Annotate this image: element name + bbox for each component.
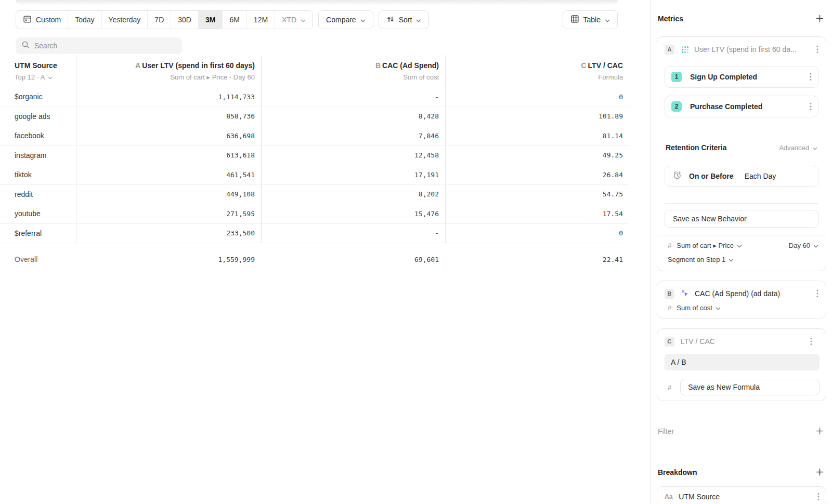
- table-row[interactable]: tiktok 461,541 17,191 26.84: [0, 165, 629, 185]
- date-range-xtd[interactable]: XTD: [275, 11, 313, 29]
- table-header-row: UTM Source Top 12 · A AUser LTV (spend i…: [0, 55, 629, 87]
- column-header-cac[interactable]: BCAC (Ad Spend) Sum of cost: [261, 55, 445, 87]
- behavior-dots-icon: [681, 46, 689, 54]
- compare-label: Compare: [326, 16, 356, 24]
- add-breakdown-button[interactable]: [815, 467, 825, 477]
- kebab-menu-icon[interactable]: [808, 336, 814, 347]
- kebab-menu-icon[interactable]: [814, 288, 821, 299]
- sort-button[interactable]: Sort: [379, 10, 430, 29]
- date-range-yesterday[interactable]: Yesterday: [101, 11, 148, 29]
- funnel-step-2[interactable]: 2 Purchase Completed: [665, 96, 818, 117]
- numeric-hash-icon: #: [668, 242, 671, 249]
- kebab-menu-icon[interactable]: [808, 101, 814, 112]
- column-letter: B: [375, 61, 381, 70]
- date-range-30d[interactable]: 30D: [171, 11, 198, 29]
- row-label: reddit: [0, 185, 76, 204]
- table-row[interactable]: facebook 636,698 7,846 81.14: [0, 126, 629, 146]
- chevron-down-icon: [737, 242, 742, 249]
- view-selector-table-button[interactable]: Table: [563, 10, 618, 29]
- date-range-label: XTD: [282, 16, 296, 24]
- chevron-down-icon: [729, 256, 734, 263]
- advanced-dropdown[interactable]: Advanced: [779, 144, 817, 152]
- metric-a-header[interactable]: A User LTV (spend in first 60 da...: [657, 37, 826, 55]
- row-dimension-header[interactable]: UTM Source Top 12 · A: [0, 55, 76, 87]
- funnel-step-1[interactable]: 1 Sign Up Completed: [665, 66, 818, 88]
- row-label: youtube: [0, 204, 76, 223]
- kebab-menu-icon[interactable]: [814, 44, 821, 55]
- row-dimension-title: UTM Source: [15, 61, 76, 70]
- formula-input[interactable]: A / B: [665, 354, 820, 370]
- chevron-down-icon: [812, 144, 817, 152]
- cell-ltv-cac: 54.75: [445, 185, 629, 204]
- breakdown-item-utm-source[interactable]: Aa UTM Source: [657, 486, 826, 504]
- date-range-label: 7D: [154, 16, 164, 24]
- formula-footer-row: # Save as New Formula: [665, 379, 820, 395]
- aggregation-label: Sum of cart ▸ Price: [677, 242, 734, 249]
- day-range-dropdown[interactable]: Day 60: [789, 242, 818, 249]
- search-box[interactable]: [16, 37, 182, 54]
- add-filter-button[interactable]: [815, 426, 825, 436]
- table-row[interactable]: instagram 613,618 12,458 49.25: [0, 146, 629, 166]
- metric-letter-badge: C: [665, 337, 674, 347]
- cell-ltv-cac: 17.54: [445, 204, 629, 223]
- row-label: $referral: [0, 224, 76, 243]
- cell-ltv-cac: 0: [445, 224, 629, 243]
- kebab-menu-icon[interactable]: [808, 72, 814, 82]
- breakdown-title: Breakdown: [658, 468, 697, 476]
- date-range-label: 12M: [254, 16, 268, 24]
- date-range-control: Custom Today Yesterday 7D 30D 3M 6M 12M …: [16, 10, 313, 29]
- column-title: LTV / CAC: [588, 61, 623, 70]
- metric-a-aggregation-footer: # Sum of cart ▸ Price Day 60 Segment on …: [657, 235, 826, 271]
- view-label: Table: [583, 16, 601, 24]
- top-toolbar-remnant: [16, 0, 618, 4]
- compare-button[interactable]: Compare: [318, 10, 373, 29]
- table-row[interactable]: youtube 271,595 15,476 17.54: [0, 204, 629, 224]
- cell-cac: -: [261, 224, 445, 243]
- sort-label: Sort: [399, 16, 412, 24]
- row-dimension-subtitle[interactable]: Top 12 · A: [15, 73, 76, 81]
- date-range-custom[interactable]: Custom: [16, 11, 68, 29]
- table-row[interactable]: reddit 449,108 8,202 54.75: [0, 185, 629, 205]
- cell-ltv-cac: 101.89: [445, 107, 629, 126]
- segment-on-step-dropdown[interactable]: Segment on Step 1: [668, 256, 734, 263]
- metric-c-header[interactable]: C LTV / CAC: [665, 329, 820, 347]
- metric-card-b: B CAC (Ad Spend) (ad data) # Sum of cost: [657, 281, 826, 319]
- table-row[interactable]: google ads 858,736 8,428 101.89: [0, 107, 629, 127]
- column-header-ltv-cac[interactable]: CLTV / CAC Formula: [445, 55, 629, 87]
- column-header-user-ltv[interactable]: AUser LTV (spend in first 60 days) Sum o…: [76, 55, 261, 87]
- save-as-new-formula-button[interactable]: Save as New Formula: [680, 379, 820, 395]
- search-input[interactable]: [34, 42, 176, 50]
- sum-of-cost-dropdown[interactable]: Sum of cost: [677, 304, 721, 312]
- table-row[interactable]: $referral 233,500 - 0: [0, 224, 629, 244]
- row-label: google ads: [0, 107, 76, 126]
- aggregation-label: Sum of cost: [677, 304, 712, 312]
- cell-ltv-cac: 49.25: [445, 146, 629, 165]
- retention-window-control[interactable]: On or Before Each Day: [665, 166, 818, 187]
- report-controls: Custom Today Yesterday 7D 30D 3M 6M 12M …: [16, 10, 618, 29]
- cell-cac: 8,202: [261, 185, 445, 204]
- kebab-menu-icon[interactable]: [815, 492, 822, 502]
- save-as-new-behavior-button[interactable]: Save as New Behavior: [665, 210, 818, 228]
- date-range-12m[interactable]: 12M: [246, 11, 275, 29]
- divider: [665, 203, 818, 204]
- metric-c-title: LTV / CAC: [681, 337, 715, 346]
- date-range-6m[interactable]: 6M: [222, 11, 246, 29]
- results-table: UTM Source Top 12 · A AUser LTV (spend i…: [0, 55, 629, 270]
- add-metric-button[interactable]: [815, 14, 825, 23]
- date-range-label: 30D: [178, 16, 191, 24]
- overall-label: Overall: [0, 248, 76, 270]
- date-range-3m-selected[interactable]: 3M: [198, 11, 222, 29]
- chevron-down-icon: [416, 16, 421, 24]
- date-range-7d[interactable]: 7D: [147, 11, 171, 29]
- metric-b-header[interactable]: B CAC (Ad Spend) (ad data): [657, 281, 826, 299]
- segment-label: Segment on Step 1: [668, 256, 725, 263]
- date-range-today[interactable]: Today: [68, 11, 101, 29]
- chevron-down-icon: [605, 16, 610, 24]
- step-number-badge: 2: [671, 101, 682, 112]
- config-sidebar: Metrics A User LTV (spend in first 60 da…: [650, 0, 832, 504]
- retention-criteria-label: Retention Criteria: [666, 143, 726, 152]
- cell-cac: 17,191: [261, 165, 445, 184]
- table-row[interactable]: $organic 1,114,733 - 0: [0, 87, 629, 107]
- metrics-header: Metrics: [657, 14, 826, 23]
- aggregation-dropdown[interactable]: Sum of cart ▸ Price: [677, 242, 742, 249]
